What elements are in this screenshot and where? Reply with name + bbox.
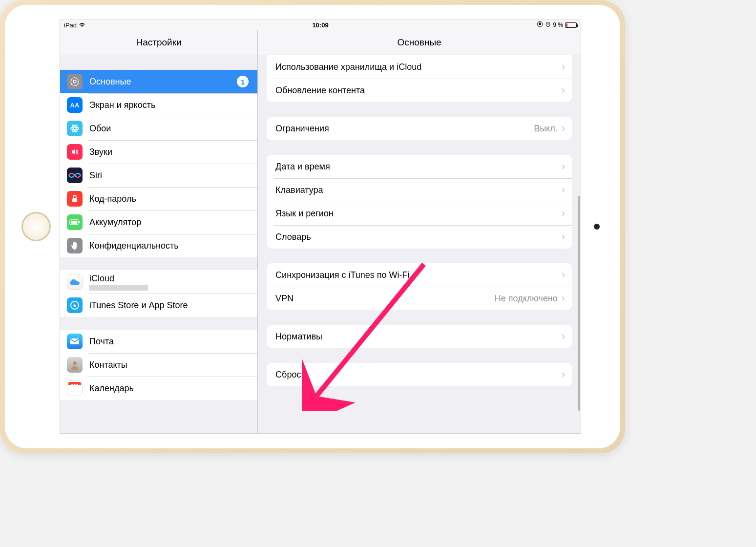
chevron-right-icon: › bbox=[562, 185, 565, 195]
detail-item-label: Ограничения bbox=[275, 124, 534, 134]
sidebar-item-display[interactable]: AA Экран и яркость bbox=[60, 93, 257, 117]
orientation-lock-icon bbox=[537, 21, 543, 29]
sidebar-item-label: Контакты bbox=[89, 360, 251, 370]
detail-item-language[interactable]: Язык и регион › bbox=[267, 202, 572, 225]
wallpaper-icon bbox=[67, 121, 83, 136]
sidebar-item-label: Аккумулятор bbox=[89, 217, 251, 228]
sidebar-item-sounds[interactable]: Звуки bbox=[60, 140, 257, 164]
sidebar-item-label: Код-пароль bbox=[89, 194, 251, 204]
chevron-right-icon: › bbox=[562, 270, 565, 280]
chevron-right-icon: › bbox=[562, 231, 565, 242]
status-bar: iPad 10:09 9 % bbox=[60, 20, 581, 30]
detail-item-regulatory[interactable]: Нормативы › bbox=[267, 325, 572, 348]
sidebar-item-label: Экран и яркость bbox=[89, 100, 251, 110]
detail-item-value: Выкл. bbox=[534, 124, 558, 134]
chevron-right-icon: › bbox=[562, 161, 565, 172]
sidebar-item-battery[interactable]: Аккумулятор bbox=[60, 210, 257, 234]
svg-rect-7 bbox=[72, 198, 77, 202]
notification-badge: 1 bbox=[237, 76, 249, 87]
detail-item-restrictions[interactable]: Ограничения Выкл. › bbox=[267, 117, 572, 140]
sidebar-item-contacts[interactable]: Контакты bbox=[60, 353, 257, 377]
sidebar-item-privacy[interactable]: Конфиденциальность bbox=[60, 234, 257, 257]
detail-item-vpn[interactable]: VPN Не подключено › bbox=[267, 287, 572, 310]
sidebar-item-icloud[interactable]: iCloud bbox=[60, 270, 257, 294]
settings-sidebar[interactable]: Настройки Основные 1 AA Экран и яркость bbox=[60, 30, 258, 433]
appstore-icon bbox=[67, 297, 83, 313]
sidebar-item-label: Конфиденциальность bbox=[89, 241, 251, 251]
svg-rect-10 bbox=[71, 221, 77, 224]
icloud-account-blur bbox=[89, 285, 148, 291]
detail-item-dictionary[interactable]: Словарь › bbox=[267, 225, 572, 249]
scroll-indicator[interactable] bbox=[578, 196, 580, 411]
svg-point-13 bbox=[73, 361, 77, 365]
detail-item-label: Нормативы bbox=[275, 332, 562, 342]
detail-item-label: VPN bbox=[275, 294, 495, 304]
svg-point-4 bbox=[71, 127, 79, 130]
mail-icon bbox=[67, 334, 83, 349]
sidebar-item-appstore[interactable]: iTunes Store и App Store bbox=[60, 294, 257, 317]
lock-icon bbox=[67, 191, 83, 207]
battery-icon bbox=[565, 22, 577, 28]
wifi-icon bbox=[79, 21, 85, 29]
status-time: 10:09 bbox=[312, 21, 328, 29]
detail-item-storage[interactable]: Использование хранилища и iCloud › bbox=[267, 55, 572, 79]
detail-item-itunes-sync[interactable]: Синхронизация с iTunes по Wi-Fi › bbox=[267, 263, 572, 287]
chevron-right-icon: › bbox=[562, 85, 565, 96]
sidebar-item-mail[interactable]: Почта bbox=[60, 330, 257, 353]
sidebar-item-siri[interactable]: Siri bbox=[60, 164, 257, 187]
display-icon: AA bbox=[67, 97, 83, 113]
screen: iPad 10:09 9 % bbox=[60, 20, 581, 434]
sidebar-item-calendar[interactable]: ■ ■ ■ Календарь bbox=[60, 377, 257, 400]
battery-icon bbox=[67, 214, 83, 230]
sidebar-item-general[interactable]: Основные 1 bbox=[60, 70, 257, 93]
detail-item-value: Не подключено bbox=[495, 294, 558, 304]
sidebar-item-label: Обои bbox=[89, 124, 251, 134]
sidebar-item-label: Основные bbox=[89, 77, 237, 87]
hand-icon bbox=[67, 238, 83, 253]
chevron-right-icon: › bbox=[562, 331, 565, 342]
detail-pane[interactable]: Основные Использование хранилища и iClou… bbox=[258, 30, 581, 433]
battery-pct: 9 % bbox=[553, 21, 563, 28]
sidebar-item-label: Почта bbox=[89, 337, 251, 347]
detail-item-label: Дата и время bbox=[275, 162, 562, 172]
chevron-right-icon: › bbox=[562, 123, 565, 134]
svg-point-2 bbox=[73, 80, 76, 83]
sidebar-item-label: Siri bbox=[89, 170, 251, 181]
sidebar-item-passcode[interactable]: Код-пароль bbox=[60, 187, 257, 210]
chevron-right-icon: › bbox=[562, 62, 565, 72]
detail-item-label: Клавиатура bbox=[275, 185, 562, 195]
sidebar-title: Настройки bbox=[60, 30, 257, 55]
detail-item-label: Словарь bbox=[275, 232, 562, 242]
detail-item-reset[interactable]: Сброс › bbox=[267, 363, 572, 386]
home-button[interactable] bbox=[21, 212, 51, 241]
device-label: iPad bbox=[64, 21, 77, 29]
chevron-right-icon: › bbox=[562, 293, 565, 304]
detail-item-label: Сброс bbox=[275, 370, 562, 380]
front-camera bbox=[594, 224, 600, 230]
detail-item-datetime[interactable]: Дата и время › bbox=[267, 155, 572, 178]
sidebar-item-label: Календарь bbox=[89, 383, 251, 394]
ipad-frame: iPad 10:09 9 % bbox=[0, 0, 625, 453]
detail-item-label: Обновление контента bbox=[275, 85, 562, 96]
svg-rect-9 bbox=[79, 221, 80, 223]
detail-item-label: Язык и регион bbox=[275, 209, 562, 219]
sidebar-item-label: iTunes Store и App Store bbox=[89, 300, 251, 311]
calendar-icon: ■ ■ ■ bbox=[67, 380, 83, 396]
sidebar-item-label: iCloud bbox=[89, 274, 148, 284]
svg-rect-12 bbox=[70, 338, 79, 344]
detail-item-keyboard[interactable]: Клавиатура › bbox=[267, 178, 572, 202]
detail-item-label: Использование хранилища и iCloud bbox=[275, 62, 562, 72]
ipad-bezel: iPad 10:09 9 % bbox=[5, 5, 620, 448]
chevron-right-icon: › bbox=[562, 208, 565, 219]
chevron-right-icon: › bbox=[562, 369, 565, 380]
detail-title: Основные bbox=[258, 30, 581, 55]
siri-icon bbox=[67, 168, 83, 183]
detail-item-background-refresh[interactable]: Обновление контента › bbox=[267, 79, 572, 102]
gear-icon bbox=[67, 74, 83, 89]
cloud-icon bbox=[67, 274, 83, 290]
detail-item-label: Синхронизация с iTunes по Wi-Fi bbox=[275, 270, 562, 280]
alarm-icon bbox=[545, 21, 551, 29]
sidebar-item-wallpaper[interactable]: Обои bbox=[60, 117, 257, 140]
sidebar-item-label: Звуки bbox=[89, 147, 251, 157]
sounds-icon bbox=[67, 144, 83, 160]
